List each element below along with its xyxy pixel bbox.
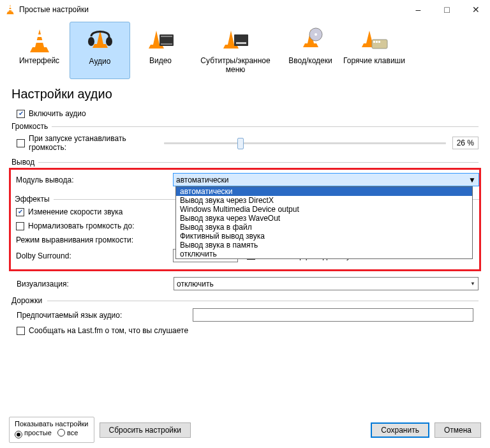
- svg-rect-2: [8, 9, 11, 10]
- dropdown-option[interactable]: Вывод звука в файл: [176, 223, 472, 232]
- svg-marker-7: [30, 47, 49, 52]
- svg-marker-9: [93, 44, 108, 48]
- svg-point-11: [106, 37, 112, 46]
- group-volume: Громкость: [11, 122, 479, 131]
- highlight-box: Модуль вывода: автоматически ▼ автоматич…: [9, 168, 481, 271]
- svg-rect-29: [376, 41, 378, 43]
- dropdown-option[interactable]: Фиктивный вывод звука: [176, 232, 472, 241]
- tab-video[interactable]: Видео: [130, 22, 191, 79]
- svg-rect-6: [36, 40, 43, 43]
- tab-hotkeys[interactable]: Горячие клавиши: [341, 22, 408, 79]
- output-module-dropdown[interactable]: автоматически Вывод звука через DirectX …: [175, 186, 473, 259]
- svg-rect-16: [161, 43, 172, 45]
- tab-subtitles[interactable]: Субтитры/экранное меню: [191, 22, 280, 79]
- startup-volume-checkbox[interactable]: [17, 139, 25, 147]
- lastfm-checkbox[interactable]: [17, 327, 25, 335]
- group-output: Вывод: [11, 158, 479, 167]
- tab-interface[interactable]: Интерфейс: [9, 22, 70, 79]
- disc-cone-icon: [298, 27, 323, 54]
- dropdown-option[interactable]: Вывод звука в память: [176, 241, 472, 250]
- dropdown-option[interactable]: Windows Multimedia Device output: [176, 205, 472, 214]
- normalize-label: Нормализовать громкость до:: [28, 221, 135, 230]
- audio-lang-row: Предпочитаемый язык аудио:: [11, 306, 479, 324]
- svg-marker-22: [303, 43, 318, 47]
- svg-marker-4: [35, 29, 44, 47]
- dropdown-option[interactable]: автоматически: [176, 187, 472, 196]
- chevron-down-icon: ▼: [470, 281, 475, 287]
- dropdown-option[interactable]: Вывод звука через DirectX: [176, 196, 472, 205]
- enable-audio-label: Включить аудио: [29, 109, 86, 118]
- startup-volume-row: При запуске устанавливать громкость: 26 …: [11, 132, 479, 154]
- output-module-select[interactable]: автоматически ▼: [173, 173, 479, 186]
- radio-simple[interactable]: [15, 431, 22, 438]
- dropdown-option[interactable]: Вывод звука через WaveOut: [176, 214, 472, 223]
- dropdown-option[interactable]: отключить: [176, 250, 472, 258]
- svg-marker-17: [228, 31, 234, 45]
- lastfm-row: Сообщать на Last.fm о том, что вы слушае…: [11, 324, 479, 338]
- startup-volume-label: При запуске устанавливать громкость:: [29, 134, 160, 152]
- page-title: Настройки аудио: [11, 87, 479, 101]
- tab-audio[interactable]: Аудио: [70, 22, 130, 79]
- dolby-label: Dolby Surround:: [16, 251, 173, 260]
- svg-rect-28: [373, 41, 375, 43]
- keyboard-cone-icon: [360, 28, 389, 54]
- cancel-button[interactable]: Отмена: [434, 422, 481, 438]
- speed-change-checkbox[interactable]: [16, 208, 24, 216]
- chevron-down-icon: ▼: [468, 175, 476, 184]
- window-title: Простые настройки: [19, 5, 89, 14]
- visualization-row: Визуализация: отключить▼: [11, 275, 479, 292]
- footer: Показывать настройки простые все Сбросит…: [0, 413, 490, 443]
- reset-button[interactable]: Сбросить настройки: [100, 422, 191, 438]
- titlebar: Простые настройки – □ ✕: [0, 0, 490, 19]
- svg-rect-5: [36, 34, 43, 37]
- replaygain-label: Режим выравнивания громкости:: [16, 235, 173, 244]
- film-cone-icon: [147, 28, 175, 54]
- maximize-button[interactable]: □: [433, 0, 461, 19]
- subtitle-cone-icon: [221, 28, 249, 54]
- svg-marker-0: [9, 4, 12, 11]
- volume-slider[interactable]: [164, 142, 446, 144]
- svg-rect-15: [161, 36, 172, 37]
- show-settings-label: Показывать настройки: [15, 420, 89, 428]
- headphones-cone-icon: [86, 27, 114, 54]
- enable-audio-checkbox[interactable]: [17, 110, 25, 118]
- output-module-row: Модуль вывода: автоматически ▼: [11, 171, 479, 188]
- content: Настройки аудио Включить аудио Громкость…: [0, 79, 490, 338]
- lastfm-label: Сообщать на Last.fm о том, что вы слушае…: [29, 326, 188, 335]
- svg-point-10: [88, 37, 94, 46]
- vlc-icon: [5, 4, 15, 15]
- visualization-select[interactable]: отключить▼: [174, 277, 479, 290]
- minimize-button[interactable]: –: [404, 0, 433, 19]
- audio-lang-label: Предпочитаемый язык аудио:: [17, 311, 193, 320]
- visualization-label: Визуализация:: [17, 280, 174, 288]
- svg-point-24: [315, 33, 317, 36]
- tabs: Интерфейс Аудио Видео Субтитры/экранное …: [0, 19, 490, 79]
- tab-input-codecs[interactable]: Ввод/кодеки: [280, 22, 341, 79]
- svg-marker-12: [153, 31, 160, 45]
- svg-rect-20: [236, 42, 246, 44]
- svg-rect-1: [9, 6, 11, 8]
- audio-lang-input[interactable]: [193, 308, 473, 322]
- normalize-checkbox[interactable]: [16, 222, 24, 230]
- speed-change-label: Изменение скорости звука: [28, 207, 122, 216]
- svg-rect-30: [378, 41, 380, 43]
- cone-icon: [29, 28, 50, 54]
- volume-value: 26 %: [452, 137, 479, 149]
- enable-audio-row: Включить аудио: [11, 109, 479, 118]
- save-button[interactable]: Сохранить: [371, 422, 429, 438]
- close-button[interactable]: ✕: [461, 0, 490, 19]
- output-module-label: Модуль вывода:: [16, 175, 173, 184]
- group-tracks: Дорожки: [11, 296, 479, 305]
- svg-rect-19: [234, 34, 248, 46]
- show-settings-group: Показывать настройки простые все: [9, 417, 94, 443]
- radio-all[interactable]: [57, 429, 65, 437]
- svg-marker-3: [6, 11, 13, 14]
